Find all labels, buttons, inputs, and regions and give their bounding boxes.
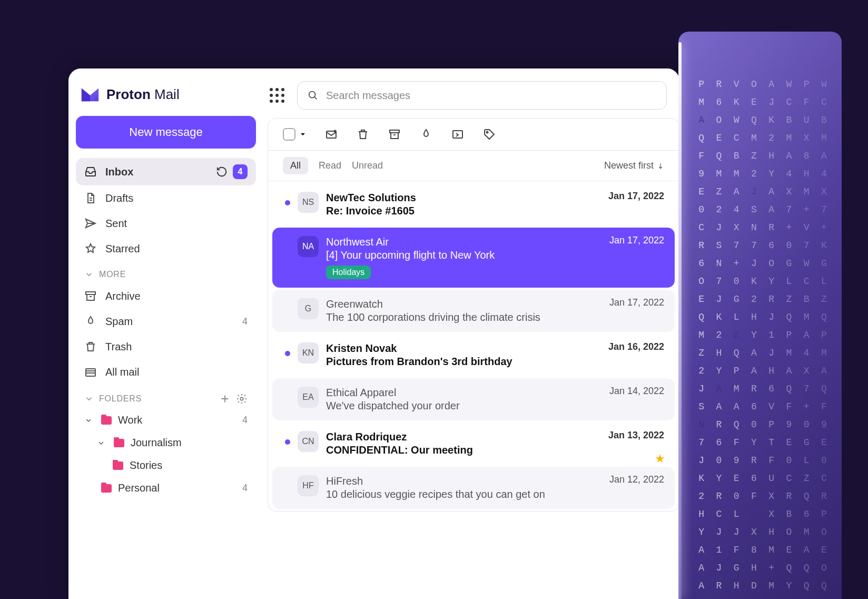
message-date: Jan 17, 2022 — [609, 235, 664, 246]
inbox-icon — [84, 165, 97, 178]
message-row[interactable]: NANorthwest Air[4] Your upcoming flight … — [272, 228, 675, 288]
drafts-icon — [84, 192, 97, 204]
add-folder-button[interactable] — [219, 393, 231, 405]
message-subject: 10 delicious veggie recipes that you can… — [326, 488, 664, 500]
delete-button[interactable] — [357, 128, 369, 141]
svg-point-5 — [334, 130, 337, 133]
trash-icon — [84, 340, 97, 353]
refresh-icon[interactable] — [216, 166, 228, 178]
avatar: KN — [298, 342, 319, 364]
sidebar-item-starred[interactable]: Starred — [76, 236, 256, 261]
checkbox-icon — [283, 128, 295, 141]
search-input[interactable] — [326, 90, 657, 102]
encryption-overlay: PRVOAWPWM6KEJCFCAOWQKBUBQECM2MXMFQBZHA8A… — [678, 32, 842, 599]
new-message-button[interactable]: New message — [76, 116, 256, 149]
message-tag: Holidays — [326, 266, 371, 279]
message-subject: [4] Your upcoming flight to New York — [326, 249, 664, 261]
unread-dot-icon — [285, 351, 290, 356]
archive-icon — [84, 290, 97, 302]
folder-item-stories[interactable]: Stories — [76, 454, 256, 477]
mark-read-button[interactable] — [325, 128, 338, 141]
message-date: Jan 13, 2022 — [608, 430, 664, 441]
search-field[interactable] — [297, 81, 667, 110]
folder-label: Stories — [130, 459, 248, 472]
message-date: Jan 14, 2022 — [609, 386, 664, 397]
chevron-down-icon — [97, 439, 105, 447]
folder-count: 4 — [242, 483, 248, 494]
label-button[interactable] — [483, 128, 496, 141]
sidebar-item-trash[interactable]: Trash — [76, 334, 256, 359]
sort-dropdown[interactable]: Newest first — [604, 160, 664, 171]
star-icon — [84, 242, 97, 255]
allmail-icon — [84, 366, 97, 378]
message-list: NSNewTec SolutionsRe: Invoice #1605Jan 1… — [268, 183, 679, 509]
message-row[interactable]: KNKristen NovakPictures from Brandon's 3… — [272, 334, 675, 376]
avatar: CN — [298, 431, 319, 452]
app-window: Proton Mail New message Inbox 4 Drafts — [68, 68, 679, 599]
avatar: NA — [298, 236, 319, 257]
message-row[interactable]: NSNewTec SolutionsRe: Invoice #1605Jan 1… — [272, 183, 675, 225]
avatar: HF — [298, 475, 319, 496]
unread-dot-icon — [285, 200, 290, 205]
move-button[interactable] — [451, 128, 464, 141]
message-panel: All Read Unread Newest first NSNewTec So… — [268, 118, 679, 512]
avatar: NS — [298, 192, 319, 213]
archive-button[interactable] — [388, 128, 401, 141]
sidebar-item-label: All mail — [105, 366, 248, 378]
sidebar-item-label: Drafts — [105, 192, 248, 204]
sidebar-section-more[interactable]: MORE — [76, 261, 256, 283]
svg-point-3 — [309, 92, 315, 98]
chevron-down-icon — [84, 416, 93, 425]
sidebar-item-label: Archive — [105, 290, 248, 302]
logo[interactable]: Proton Mail — [76, 81, 256, 116]
avatar: EA — [298, 387, 319, 408]
message-row[interactable]: HFHiFresh10 delicious veggie recipes tha… — [272, 467, 675, 509]
folder-settings-button[interactable] — [236, 393, 248, 405]
filter-all[interactable]: All — [283, 157, 308, 174]
message-subject: Re: Invoice #1605 — [326, 205, 664, 217]
sidebar-item-label: Starred — [105, 243, 248, 255]
search-icon — [307, 90, 319, 101]
message-subject: We've dispatched your order — [326, 400, 664, 412]
message-row[interactable]: CNClara RodriquezCONFIDENTIAL: Our meeti… — [272, 423, 675, 465]
sidebar-item-label: Trash — [105, 341, 248, 353]
filter-unread[interactable]: Unread — [352, 160, 383, 171]
message-subject: Pictures from Brandon's 3rd birthday — [326, 356, 664, 368]
message-subject: The 100 corporations driving the climate… — [326, 311, 664, 323]
sidebar-section-folders[interactable]: FOLDERS — [76, 385, 256, 409]
sidebar-item-inbox[interactable]: Inbox 4 — [76, 158, 256, 185]
svg-point-8 — [487, 132, 488, 133]
folder-item-work[interactable]: Work4 — [76, 409, 256, 431]
message-date: Jan 17, 2022 — [608, 191, 664, 202]
filter-row: All Read Unread Newest first — [268, 151, 679, 181]
message-subject: CONFIDENTIAL: Our meeting — [326, 444, 664, 456]
sidebar: Proton Mail New message Inbox 4 Drafts — [68, 68, 263, 599]
main-panel: All Read Unread Newest first NSNewTec So… — [263, 68, 679, 599]
sidebar-item-archive[interactable]: Archive — [76, 283, 256, 309]
sidebar-item-spam[interactable]: Spam 4 — [76, 309, 256, 334]
sidebar-item-allmail[interactable]: All mail — [76, 359, 256, 385]
sidebar-item-sent[interactable]: Sent — [76, 211, 256, 236]
sidebar-item-label: Spam — [105, 316, 234, 328]
spam-count: 4 — [242, 316, 248, 327]
folder-label: Work — [118, 414, 236, 426]
message-date: Jan 17, 2022 — [609, 297, 664, 308]
message-date: Jan 12, 2022 — [609, 474, 664, 485]
apps-grid-button[interactable] — [268, 86, 287, 105]
folder-label: Personal — [118, 482, 236, 494]
spam-button[interactable] — [420, 128, 432, 141]
select-all[interactable] — [283, 128, 306, 141]
sidebar-item-label: Sent — [105, 218, 248, 230]
svg-point-2 — [240, 397, 243, 400]
sidebar-item-drafts[interactable]: Drafts — [76, 185, 256, 211]
message-row[interactable]: EAEthical ApparelWe've dispatched your o… — [272, 378, 675, 420]
unread-dot-icon — [285, 439, 290, 445]
folder-icon — [113, 461, 123, 470]
message-toolbar — [268, 119, 679, 151]
folder-item-journalism[interactable]: Journalism — [76, 431, 256, 454]
logo-text: Proton Mail — [106, 86, 180, 103]
svg-rect-0 — [86, 292, 95, 294]
filter-read[interactable]: Read — [319, 160, 341, 171]
message-row[interactable]: GGreenwatchThe 100 corporations driving … — [272, 290, 675, 332]
folder-item-personal[interactable]: Personal4 — [76, 477, 256, 499]
